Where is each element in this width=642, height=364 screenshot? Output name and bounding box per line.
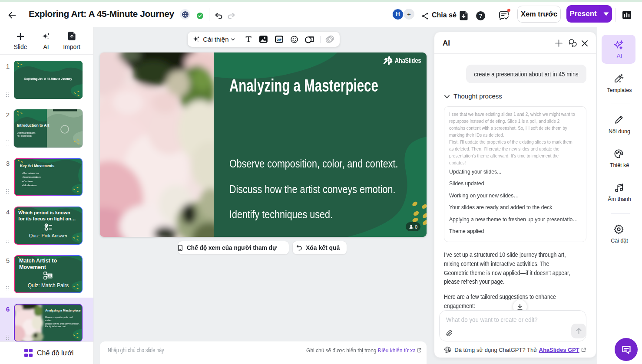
- svg-text:GIF: GIF: [277, 38, 281, 41]
